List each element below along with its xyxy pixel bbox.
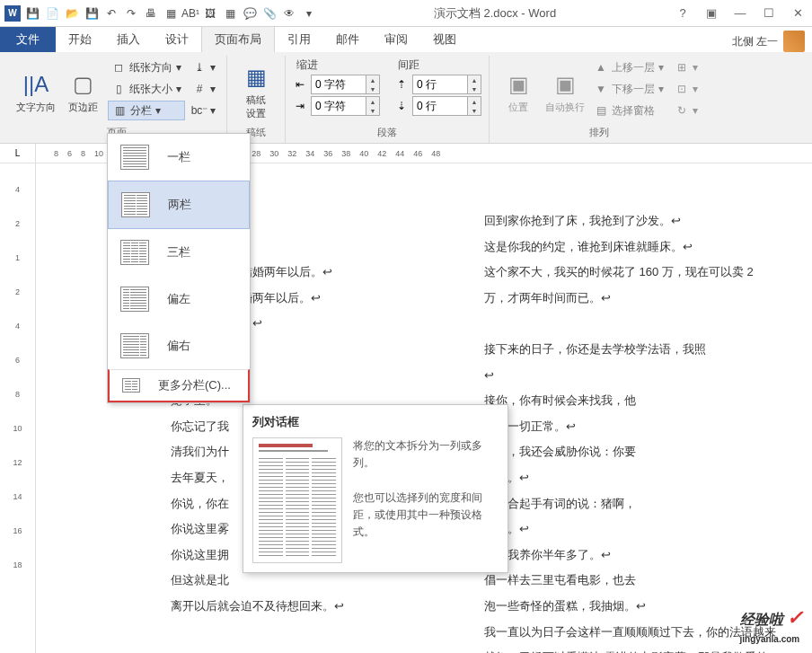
align-button[interactable]: ⊞▾ bbox=[671, 57, 702, 77]
ribbon-display-icon[interactable]: ▣ bbox=[701, 4, 722, 22]
columns-more-item[interactable]: 更多分栏(C)... bbox=[108, 369, 250, 402]
space-after-input[interactable] bbox=[413, 100, 467, 112]
tab-layout[interactable]: 页面布局 bbox=[201, 26, 275, 52]
columns-left-item[interactable]: 偏左 bbox=[108, 276, 250, 322]
undo-icon[interactable]: ↶ bbox=[102, 4, 120, 22]
user-info[interactable]: 北侧 左一 bbox=[732, 31, 812, 52]
bring-forward-icon: ▲ bbox=[594, 60, 608, 75]
user-avatar-icon[interactable] bbox=[783, 31, 805, 52]
group-manuscript: ▦ 稿纸 设置 稿纸 bbox=[227, 56, 286, 143]
stepper-down-icon[interactable]: ▼ bbox=[366, 84, 379, 93]
group-paragraph: 缩进 ⇤ ▲▼ ⇥ ▲▼ 间距 ⇡ ▲▼ ⇣ ▲▼ bbox=[286, 56, 490, 143]
maximize-icon[interactable]: ☐ bbox=[758, 4, 780, 22]
indent-right-icon: ⇥ bbox=[293, 99, 307, 113]
selection-pane-button[interactable]: ▤选择窗格 bbox=[590, 101, 667, 120]
spacing-label: 间距 bbox=[394, 57, 481, 73]
tab-review[interactable]: 审阅 bbox=[372, 27, 420, 52]
vertical-ruler[interactable]: 42124681012141618 bbox=[0, 163, 36, 653]
help-icon[interactable]: ? bbox=[672, 4, 693, 22]
columns-dropdown-menu: 一栏 两栏 三栏 偏左 偏右 更多分栏(C)... bbox=[107, 133, 251, 403]
text-direction-icon: ||A bbox=[23, 68, 49, 101]
indent-left-stepper[interactable]: ▲▼ bbox=[311, 75, 380, 94]
save2-icon[interactable]: 💾 bbox=[83, 4, 101, 22]
hyphenation-button[interactable]: bc⁻▾ bbox=[189, 101, 219, 120]
ruler-corner: L bbox=[0, 144, 36, 163]
tab-view[interactable]: 视图 bbox=[420, 27, 469, 52]
text-direction-button[interactable]: ||A 文字方向 bbox=[14, 57, 57, 124]
indent-left-icon: ⇤ bbox=[293, 77, 307, 92]
send-backward-icon: ▼ bbox=[594, 82, 608, 96]
indent-right-stepper[interactable]: ▲▼ bbox=[311, 96, 380, 116]
new-icon[interactable]: 📄 bbox=[43, 4, 61, 22]
rotate-icon: ↻ bbox=[675, 103, 689, 118]
stepper-down-icon[interactable]: ▼ bbox=[468, 106, 481, 115]
columns-right-item[interactable]: 偏右 bbox=[108, 322, 250, 369]
columns-two-item[interactable]: 两栏 bbox=[108, 181, 250, 229]
space-before-input[interactable] bbox=[413, 78, 467, 91]
wrap-icon: ▣ bbox=[555, 68, 576, 101]
space-before-stepper[interactable]: ▲▼ bbox=[412, 75, 481, 94]
comment-icon[interactable]: 💬 bbox=[241, 4, 259, 22]
rotate-button[interactable]: ↻▾ bbox=[671, 101, 702, 120]
stepper-down-icon[interactable]: ▼ bbox=[366, 106, 379, 115]
tab-home[interactable]: 开始 bbox=[56, 27, 104, 52]
wrap-button[interactable]: ▣ 自动换行 bbox=[543, 57, 587, 124]
ribbon: ||A 文字方向 ▢ 页边距 ◻纸张方向 ▾ ▯纸张大小 ▾ ▥分栏 ▾ ⤓▾ … bbox=[0, 52, 812, 144]
orientation-button[interactable]: ◻纸张方向 ▾ bbox=[108, 57, 185, 77]
user-name: 北侧 左一 bbox=[732, 34, 778, 49]
three-column-icon bbox=[120, 240, 149, 265]
stepper-down-icon[interactable]: ▼ bbox=[468, 84, 481, 93]
tooltip-text: 将您的文本拆分为一列或多列。 您也可以选择列的宽度和间距，或使用其中一种预设格式… bbox=[353, 437, 499, 563]
more-columns-icon bbox=[122, 378, 140, 393]
minimize-icon[interactable]: — bbox=[729, 4, 751, 22]
right-column-icon bbox=[120, 333, 149, 358]
margins-button[interactable]: ▢ 页边距 bbox=[61, 57, 104, 124]
manuscript-button[interactable]: ▦ 稿纸 设置 bbox=[234, 57, 278, 124]
tab-insert[interactable]: 插入 bbox=[104, 27, 153, 52]
space-after-icon: ⇣ bbox=[394, 99, 409, 113]
tab-file[interactable]: 文件 bbox=[0, 27, 56, 52]
stepper-up-icon[interactable]: ▲ bbox=[468, 75, 481, 84]
tab-mailings[interactable]: 邮件 bbox=[323, 27, 372, 52]
orientation-icon: ◻ bbox=[111, 60, 126, 75]
print-icon[interactable]: 🖶 bbox=[142, 4, 160, 22]
position-button[interactable]: ▣ 位置 bbox=[497, 57, 540, 124]
footnote-icon[interactable]: AB¹ bbox=[181, 4, 199, 22]
open-icon[interactable]: 📂 bbox=[63, 4, 81, 22]
indent-right-input[interactable] bbox=[312, 100, 366, 112]
tooltip-title: 列对话框 bbox=[252, 414, 499, 430]
size-button[interactable]: ▯纸张大小 ▾ bbox=[108, 79, 185, 99]
stepper-up-icon[interactable]: ▲ bbox=[366, 97, 379, 106]
grid-icon[interactable]: ▦ bbox=[221, 4, 239, 22]
save-icon[interactable]: 💾 bbox=[23, 4, 41, 22]
window-title: 演示文档 2.docx - Word bbox=[318, 5, 672, 22]
space-after-stepper[interactable]: ▲▼ bbox=[412, 96, 481, 116]
pic-icon[interactable]: 🖼 bbox=[201, 4, 219, 22]
indent-left-input[interactable] bbox=[312, 78, 366, 91]
line-numbers-icon: # bbox=[192, 82, 207, 96]
group-button[interactable]: ⊡▾ bbox=[671, 79, 702, 99]
manuscript-icon: ▦ bbox=[246, 61, 267, 93]
qat-dropdown-icon[interactable]: ▾ bbox=[300, 4, 318, 22]
stepper-up-icon[interactable]: ▲ bbox=[366, 75, 379, 84]
tab-references[interactable]: 引用 bbox=[275, 27, 323, 52]
columns-one-item[interactable]: 一栏 bbox=[108, 134, 250, 181]
show-icon[interactable]: 👁 bbox=[280, 4, 298, 22]
word-app-icon[interactable]: W bbox=[4, 4, 22, 22]
close-icon[interactable]: ✕ bbox=[787, 4, 808, 22]
send-backward-button[interactable]: ▼下移一层 ▾ bbox=[590, 79, 667, 99]
stepper-up-icon[interactable]: ▲ bbox=[468, 97, 481, 106]
align-icon: ⊞ bbox=[675, 60, 689, 75]
breaks-button[interactable]: ⤓▾ bbox=[189, 57, 219, 77]
line-numbers-button[interactable]: #▾ bbox=[189, 79, 219, 99]
table-icon[interactable]: ▦ bbox=[162, 4, 180, 22]
columns-button[interactable]: ▥分栏 ▾ bbox=[108, 101, 185, 120]
left-column-icon bbox=[120, 287, 149, 312]
ref-icon[interactable]: 📎 bbox=[260, 4, 278, 22]
columns-three-item[interactable]: 三栏 bbox=[108, 229, 250, 276]
tab-design[interactable]: 设计 bbox=[153, 27, 201, 52]
redo-icon[interactable]: ↷ bbox=[122, 4, 140, 22]
bring-forward-button[interactable]: ▲上移一层 ▾ bbox=[590, 57, 667, 77]
breaks-icon: ⤓ bbox=[192, 60, 207, 75]
more-columns-tooltip: 列对话框 将您的文本拆分为一列或多列。 您也可以选择列的宽度和间距，或使用其中一… bbox=[243, 404, 508, 573]
